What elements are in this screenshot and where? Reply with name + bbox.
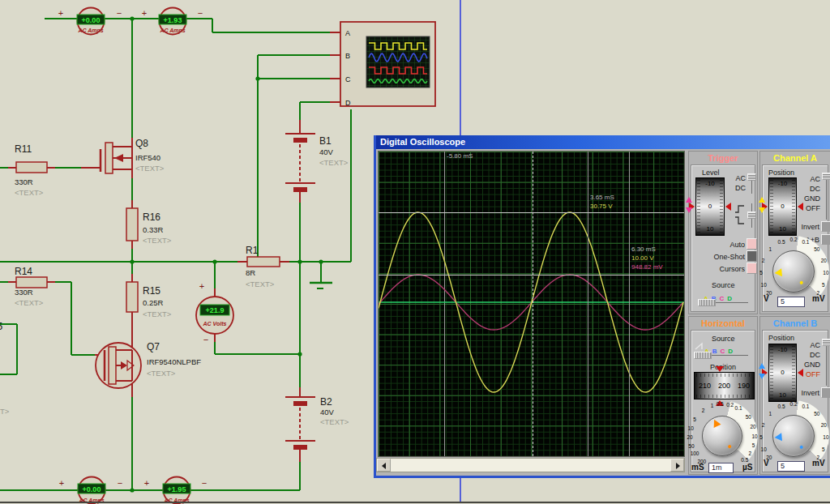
ammeter-top-right[interactable]: +1.93 AC Amps + − [142,8,203,35]
trace-channel-a [379,212,683,392]
trigger-edge-switch[interactable] [747,203,756,228]
knob-scale-label: 20 [821,257,827,263]
horizontal-title: Horizontal [689,318,757,329]
knob-scale-label: 5 [752,442,755,448]
svg-text:+0.00: +0.00 [83,485,101,493]
window-edge-line [0,502,830,503]
svg-text:−: − [117,8,122,18]
resistor-r14 [16,277,47,288]
trigger-level-label: Level [702,169,720,177]
knob-pointer [774,268,782,277]
mosfet-q7[interactable] [96,343,141,388]
svg-text:+1.93: +1.93 [164,16,182,24]
trigger-level-drum[interactable]: -10 0 10 [695,177,725,236]
channel-b-ac-label: AC [801,341,820,349]
knob-scale-label: 5 [822,446,825,451]
channel-a-aplusb-button[interactable] [821,234,830,245]
channel-b-invert-button[interactable] [821,387,830,398]
ground-symbol[interactable] [310,283,332,288]
cursor-line-horizontal [379,275,684,275]
channel-b-position-drum[interactable]: -10 0 10 [768,344,797,402]
svg-text:+21.9: +21.9 [206,306,225,314]
knob-scale-label: 10 [688,425,694,431]
channel-a-off-label: OFF [801,204,820,212]
cursor-line-vertical [588,152,588,456]
rising-edge-icon [734,205,745,214]
svg-text:40V: 40V [320,408,335,416]
trigger-coupling-switch[interactable] [747,173,756,194]
knob-scale-label: 20 [766,290,772,296]
channel-b-coupling-slider[interactable] [822,339,830,386]
svg-text:<TEXT>: <TEXT> [143,310,172,318]
cursor-channel-a-label: 10.00 V [631,254,654,263]
trigger-oneshot-label: One-Shot [697,253,745,261]
horizontal-position-drum[interactable]: 210 200 190 [694,372,755,399]
svg-text:<TEXT>: <TEXT> [319,158,349,167]
svg-text:<TEXT>: <TEXT> [135,164,165,173]
trigger-title: Trigger [689,152,757,164]
channel-a-gain-knob[interactable] [772,250,815,293]
channel-a-position-drum[interactable]: -10 0 10 [768,177,797,236]
trigger-dc-label: DC [725,184,746,192]
svg-text:+: + [142,8,147,18]
svg-text:R15: R15 [143,285,160,297]
horizontal-panel: Horizontal Source ABCD Position 210 200 … [688,316,758,475]
cursor-time-label: -5.80 mS [447,152,473,160]
battery-b2[interactable] [285,397,315,450]
svg-text:AC Amps: AC Amps [77,28,103,34]
knob-scale-label: 2 [748,450,751,455]
channel-b-marker [759,363,766,379]
scope-traces [379,152,684,456]
knob-scale-label: 0.1 [734,405,742,411]
scope-screen[interactable]: -5.80 mS3.65 mS30.75 V6.30 mS10.00 V948.… [378,151,685,457]
cursor-channel-c-label: 948.82 mV [631,263,663,271]
knob-scale-label: 0.5 [717,401,724,407]
left-arrow-icon [382,463,386,469]
svg-text:0.25R: 0.25R [143,298,163,307]
channel-b-position-label: Position [768,334,794,342]
svg-text:<TEXT>: <TEXT> [246,280,275,288]
knob-scale-label: 0.2 [726,402,734,408]
sheet-border-line [460,0,461,135]
scroll-right-button[interactable] [670,459,684,472]
window-titlebar[interactable]: Digital Oscilloscope [376,135,830,149]
knob-scale-label: 2 [762,257,765,263]
svg-text:+1.95: +1.95 [168,485,186,493]
horizontal-scrollbar[interactable] [376,458,685,472]
horizontal-source-slider[interactable] [694,352,748,359]
scope-pin-d: D [345,99,351,107]
channel-a-gnd-label: GND [801,194,820,203]
ramp-source-icon [695,342,704,350]
one-shot-button[interactable] [747,250,757,262]
knob-scale-label: 5 [693,416,696,421]
knob-scale-label: 10 [761,446,767,451]
svg-text:+0.00: +0.00 [82,16,101,24]
scroll-left-button[interactable] [377,459,391,472]
scope-component[interactable]: A B C D [340,22,435,107]
knob-scale-label: 2 [816,455,819,460]
channel-a-invert-button[interactable] [821,221,830,232]
resistor-r16 [126,208,138,241]
knob-scale-label: 0.2 [789,237,797,242]
channel-b-gnd-label: GND [801,361,820,369]
svg-text:Q7: Q7 [147,341,160,352]
cursor-line-vertical [444,152,445,456]
channel-b-gain-knob[interactable] [772,415,815,457]
auto-button[interactable] [747,238,757,250]
channel-a-dc-label: DC [801,185,820,193]
svg-text:IRF540: IRF540 [135,153,160,162]
mosfet-q8[interactable] [101,143,132,173]
wires[interactable] [0,19,351,490]
cursor-line-vertical [533,152,534,456]
ammeter-top-left[interactable]: +0.00 AC Amps + − [58,8,122,35]
svg-text:40V: 40V [319,147,334,156]
knob-scale-label: 1 [768,411,772,416]
timebase-knob[interactable] [702,416,742,456]
channel-b-panel: Channel B Position -10 0 10 AC DC GND OF… [759,316,830,475]
cursors-button[interactable] [747,263,757,274]
trigger-source-slider[interactable] [698,299,748,306]
battery-b1[interactable] [285,134,315,192]
channel-b-title: Channel B [760,318,830,329]
knob-scale-label: 0.1 [802,238,809,244]
channel-a-coupling-slider[interactable] [822,173,830,220]
